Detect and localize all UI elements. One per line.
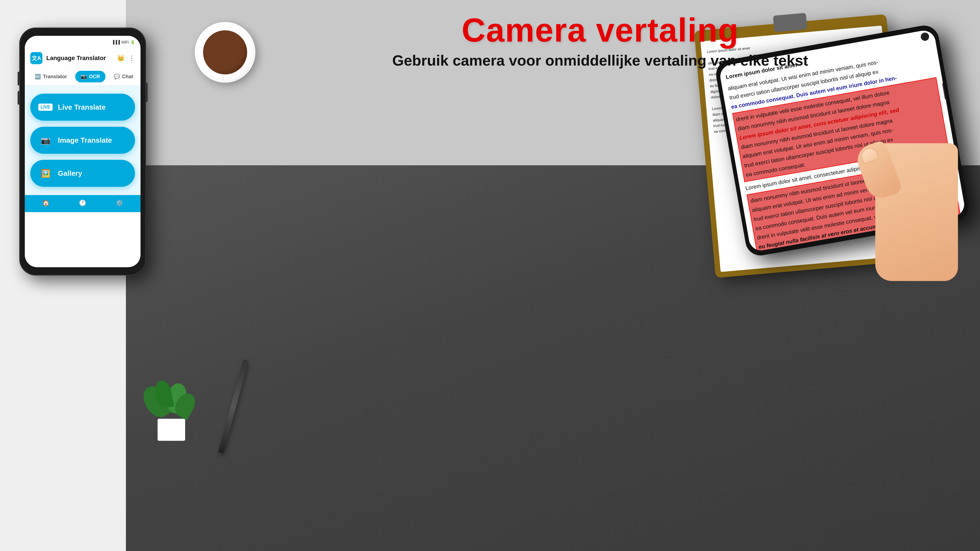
plant-pot-body bbox=[158, 419, 185, 441]
app-logo: 文A bbox=[30, 52, 43, 64]
app-content: LIVE Live Translate 📷 Image Translate 🖼️ bbox=[25, 85, 140, 195]
tab-chat-label: Chat bbox=[122, 74, 133, 80]
power-button bbox=[145, 83, 148, 102]
image-translate-icon: 📷 bbox=[38, 133, 52, 147]
menu-icon[interactable]: ⋮ bbox=[128, 54, 135, 62]
app-title: Language Translator bbox=[46, 54, 113, 62]
home-icon: 🏠 bbox=[42, 199, 49, 207]
bottom-tab-history[interactable]: 🕐 bbox=[79, 199, 86, 208]
phone-screen: ▐▐▐ WiFi 🔋 文A Language Translator 👑 ⋮ 🔤 … bbox=[25, 36, 140, 267]
live-badge: LIVE bbox=[38, 104, 52, 111]
coffee-inner bbox=[203, 30, 247, 74]
volume-down-button bbox=[18, 91, 20, 105]
status-icons: ▐▐▐ WiFi 🔋 bbox=[111, 40, 135, 45]
scanning-phone-container: Lorem ipsum dolor sit amet aliquam erat … bbox=[707, 41, 969, 281]
translator-icon: 🔤 bbox=[35, 73, 41, 80]
sub-title: Gebruik camera voor onmiddellijke vertal… bbox=[248, 52, 953, 69]
live-translate-button[interactable]: LIVE Live Translate bbox=[30, 94, 135, 121]
wifi-icon: WiFi bbox=[121, 40, 129, 45]
bottom-tab-settings[interactable]: ⚙️ bbox=[116, 199, 123, 208]
camera-snap-icon: 📷 bbox=[41, 136, 51, 145]
gallery-img-icon: 🖼️ bbox=[41, 169, 51, 178]
chat-icon: 💬 bbox=[114, 73, 120, 80]
live-translate-icon: LIVE bbox=[38, 100, 52, 114]
app-bottom-tab: 🏠 🕐 ⚙️ bbox=[25, 195, 140, 212]
gallery-button[interactable]: 🖼️ Gallery bbox=[30, 160, 135, 187]
gallery-icon: 🖼️ bbox=[38, 166, 52, 180]
image-translate-button[interactable]: 📷 Image Translate bbox=[30, 127, 135, 154]
tab-translator[interactable]: 🔤 Translator bbox=[29, 71, 72, 82]
main-title: Camera vertaling bbox=[248, 11, 953, 49]
coffee-cup bbox=[195, 22, 255, 83]
settings-icon: ⚙️ bbox=[116, 199, 123, 207]
plant bbox=[151, 386, 192, 441]
tab-bar: 🔤 Translator 📷 OCR 💬 Chat bbox=[25, 68, 140, 85]
signal-icon: ▐▐▐ bbox=[111, 40, 120, 45]
hand bbox=[862, 116, 980, 281]
image-translate-label: Image Translate bbox=[58, 136, 112, 145]
tab-ocr-label: OCR bbox=[89, 74, 100, 80]
app-header: 文A Language Translator 👑 ⋮ bbox=[25, 48, 140, 68]
history-icon: 🕐 bbox=[79, 199, 86, 207]
crown-icon: 👑 bbox=[117, 54, 124, 62]
tab-ocr[interactable]: 📷 OCR bbox=[75, 71, 105, 82]
camera-icon: 📷 bbox=[81, 73, 87, 80]
gallery-label: Gallery bbox=[58, 169, 82, 178]
background-scene: Lorem ipsum dolor sit amet aliquam erat … bbox=[126, 0, 980, 551]
tab-chat[interactable]: 💬 Chat bbox=[108, 71, 138, 82]
thumbnail bbox=[859, 146, 880, 164]
tab-translator-label: Translator bbox=[43, 74, 67, 80]
volume-up-button bbox=[18, 72, 20, 85]
plant-leaves bbox=[151, 380, 192, 422]
live-translate-label: Live Translate bbox=[58, 103, 105, 111]
phone-outer: ▐▐▐ WiFi 🔋 文A Language Translator 👑 ⋮ 🔤 … bbox=[19, 27, 146, 276]
heading-area: Camera vertaling Gebruik camera voor onm… bbox=[248, 11, 953, 69]
phone-mockup: ▐▐▐ WiFi 🔋 文A Language Translator 👑 ⋮ 🔤 … bbox=[19, 27, 146, 276]
bottom-tab-home[interactable]: 🏠 bbox=[42, 199, 49, 208]
battery-icon: 🔋 bbox=[130, 40, 135, 45]
status-bar: ▐▐▐ WiFi 🔋 bbox=[25, 36, 140, 48]
logo-icon: 文A bbox=[32, 54, 41, 62]
